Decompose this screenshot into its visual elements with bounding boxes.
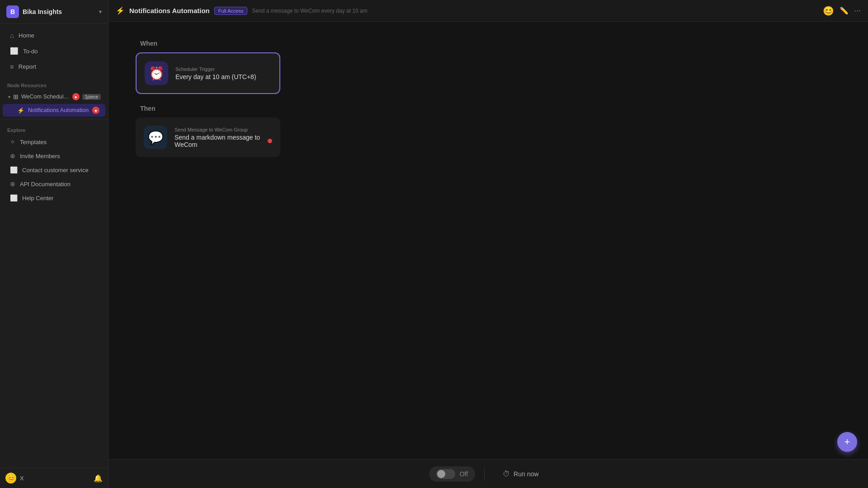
sidebar-item-help[interactable]: ⬜ Help Center xyxy=(3,191,105,205)
sidebar-home-label: Home xyxy=(19,32,34,39)
sidebar: B Bika Insights ▾ ⌂ Home ⬜ To-do ≡ Repor… xyxy=(0,0,108,488)
action-value: Send a markdown message to WeCom xyxy=(175,134,265,148)
topbar-automation-icon: ⚡ xyxy=(116,6,125,15)
sidebar-item-invite[interactable]: ⊕ Invite Members xyxy=(3,149,105,163)
invite-label: Invite Members xyxy=(20,153,60,160)
trigger-value: Every day at 10 am (UTC+8) xyxy=(175,73,271,80)
run-now-label: Run now xyxy=(514,470,538,478)
database-icon: ⊞ xyxy=(13,93,19,100)
fab-icon: + xyxy=(844,436,850,448)
sidebar-item-todo[interactable]: ⬜ To-do xyxy=(3,43,105,59)
clock-icon: ⏰ xyxy=(149,66,165,81)
api-label: API Documentation xyxy=(20,181,71,188)
tree-chevron-icon: ▾ xyxy=(8,94,10,99)
explore-section: Explore ✧ Templates ⊕ Invite Members ⬜ C… xyxy=(0,119,108,209)
sidebar-header[interactable]: B Bika Insights ▾ xyxy=(0,0,108,24)
topbar-actions: 😊 ✏️ ··· xyxy=(823,5,861,16)
user-avatar: 😊 xyxy=(5,473,16,483)
action-error-dot xyxy=(268,139,272,143)
automation-label: Notifications Automation xyxy=(28,107,89,113)
sidebar-nav: ⌂ Home ⬜ To-do ≡ Report xyxy=(0,24,108,78)
tree-item-wecom[interactable]: ▾ ⊞ WeCom Scheduled... ● 1piece xyxy=(3,90,105,103)
error-badge: ● xyxy=(72,93,80,100)
report-icon: ≡ xyxy=(10,63,14,70)
api-icon: ⊕ xyxy=(10,180,15,188)
app-chevron-icon: ▾ xyxy=(99,9,102,15)
invite-icon: ⊕ xyxy=(10,152,15,160)
help-icon: ⬜ xyxy=(10,194,18,202)
chat-icon: 💬 xyxy=(148,130,164,145)
contact-label: Contact customer service xyxy=(22,167,89,174)
sidebar-footer: 😊 X 🔔 xyxy=(0,468,108,488)
action-label: Send Message to WeCom Group xyxy=(175,127,272,132)
topbar-subtitle: Send a message to WeCom every day at 10 … xyxy=(252,8,818,14)
toggle-switch[interactable] xyxy=(436,469,455,479)
scheduler-trigger-card[interactable]: ⏰ Scheduler Trigger Every day at 10 am (… xyxy=(136,52,280,94)
page-title: Notifications Automation xyxy=(129,7,210,14)
explore-label: Explore xyxy=(0,123,108,135)
when-label: When xyxy=(140,40,157,47)
toggle-knob xyxy=(437,470,445,478)
message-info: Send Message to WeCom Group Send a markd… xyxy=(175,127,272,148)
edit-icon[interactable]: ✏️ xyxy=(840,6,849,15)
action-value-wrap: Send a markdown message to WeCom xyxy=(175,134,272,148)
sidebar-item-home[interactable]: ⌂ Home xyxy=(3,28,105,43)
sidebar-item-report[interactable]: ≡ Report xyxy=(3,59,105,74)
message-icon-wrap: 💬 xyxy=(144,126,167,149)
sidebar-item-notifications-automation[interactable]: ⚡ Notifications Automation ● xyxy=(3,104,105,117)
run-icon: ⏱ xyxy=(503,470,510,478)
notification-bell-icon[interactable]: 🔔 xyxy=(94,474,103,483)
footer-user[interactable]: 😊 X xyxy=(5,473,24,483)
bottom-bar: Off ⏱ Run now xyxy=(108,459,868,488)
home-icon: ⌂ xyxy=(10,32,14,39)
todo-icon: ⬜ xyxy=(10,47,19,55)
templates-label: Templates xyxy=(20,139,47,145)
toggle-label: Off xyxy=(460,470,468,478)
divider xyxy=(484,467,485,481)
sidebar-report-label: Report xyxy=(19,63,36,70)
content-area: When ⏰ Scheduler Trigger Every day at 10… xyxy=(108,22,868,488)
app-name: Bika Insights xyxy=(23,8,95,15)
contact-icon: ⬜ xyxy=(10,166,18,174)
sidebar-item-contact[interactable]: ⬜ Contact customer service xyxy=(3,163,105,177)
sidebar-item-templates[interactable]: ✧ Templates xyxy=(3,135,105,149)
automation-error-badge: ● xyxy=(92,107,99,114)
send-message-card[interactable]: 💬 Send Message to WeCom Group Send a mar… xyxy=(136,117,280,157)
help-label: Help Center xyxy=(22,195,53,202)
topbar: ⚡ Notifications Automation Full Access S… xyxy=(108,0,868,22)
fab-button[interactable]: + xyxy=(837,432,857,452)
then-label: Then xyxy=(140,105,155,112)
access-badge: Full Access xyxy=(214,7,248,15)
topbar-emoji[interactable]: 😊 xyxy=(823,5,834,16)
sidebar-todo-label: To-do xyxy=(23,48,38,55)
node-resources-label: Node Resources xyxy=(0,78,108,90)
sidebar-item-api[interactable]: ⊕ API Documentation xyxy=(3,177,105,191)
more-options-icon[interactable]: ··· xyxy=(854,6,861,15)
count-badge: 1piece xyxy=(82,94,101,100)
user-name: X xyxy=(20,475,24,482)
templates-icon: ✧ xyxy=(10,138,15,145)
toggle-wrap[interactable]: Off xyxy=(429,466,475,482)
scheduler-icon-wrap: ⏰ xyxy=(145,61,168,85)
trigger-label: Scheduler Trigger xyxy=(175,66,271,72)
app-icon: B xyxy=(6,5,19,18)
scheduler-info: Scheduler Trigger Every day at 10 am (UT… xyxy=(175,66,271,80)
run-now-button[interactable]: ⏱ Run now xyxy=(494,466,547,482)
main-area: ⚡ Notifications Automation Full Access S… xyxy=(108,0,868,488)
tree-item-name: WeCom Scheduled... xyxy=(21,94,70,100)
automation-icon: ⚡ xyxy=(17,107,24,114)
